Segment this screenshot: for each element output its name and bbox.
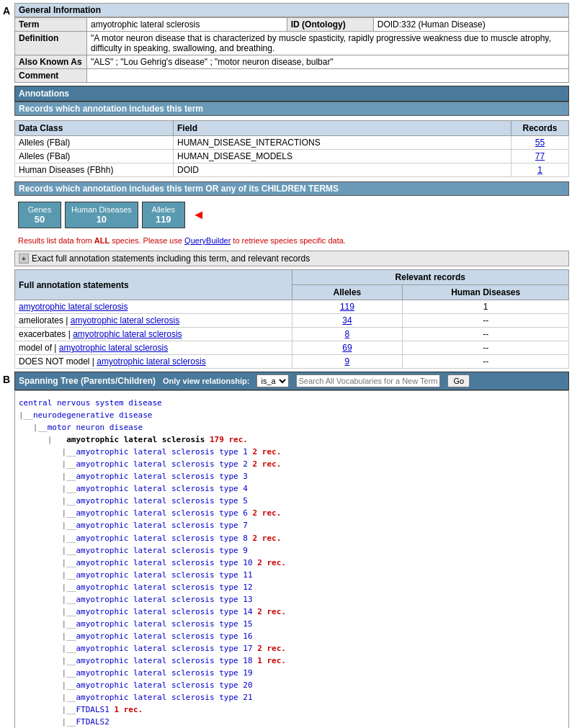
tree-node-link[interactable]: FTDALS2 <box>76 717 109 727</box>
tree-node-link[interactable]: neurodegenerative disease <box>33 410 153 420</box>
tree-node-link[interactable]: amyotrophic lateral sclerosis type 15 <box>76 619 252 629</box>
section-a-label: A <box>3 3 14 369</box>
general-info-table: Term amyotrophic lateral sclerosis ID (O… <box>14 17 569 83</box>
human-diseases-button[interactable]: Human Diseases 10 <box>65 202 138 228</box>
term-link[interactable]: amyotrophic lateral sclerosis <box>73 329 182 339</box>
col-field: Field <box>174 121 511 136</box>
human-diseases-cell: 1 <box>403 300 569 314</box>
list-item: |__amyotrophic lateral sclerosis type 9 <box>19 544 565 557</box>
rec-count: 2 rec. <box>257 558 286 567</box>
list-item: |__amyotrophic lateral sclerosis type 12 <box>19 581 565 593</box>
tree-node-link[interactable]: FTDALS1 <box>76 705 109 714</box>
list-item: |__amyotrophic lateral sclerosis type 2 … <box>19 458 565 470</box>
rec-count: 1 rec. <box>257 656 286 665</box>
spanning-tree-title: Spanning Tree (Parents/Children) <box>19 376 156 386</box>
tree-node-link[interactable]: amyotrophic lateral sclerosis type 21 <box>76 693 252 702</box>
tree-node-link[interactable]: amyotrophic lateral sclerosis type 8 <box>76 534 247 543</box>
alleles-button-count: 119 <box>148 214 179 225</box>
rec-count: 2 rec. <box>253 459 282 469</box>
annotation-statements-expand[interactable]: + Exact full annotation statements inclu… <box>14 251 569 266</box>
statement-cell: DOES NOT model | amyotrophic lateral scl… <box>15 355 292 369</box>
allele-count-link[interactable]: 9 <box>345 356 350 367</box>
statement-cell: model of | amyotrophic lateral sclerosis <box>15 341 292 355</box>
term-link[interactable]: amyotrophic lateral sclerosis <box>19 302 128 312</box>
species-note: Results list data from ALL species. Plea… <box>14 234 569 251</box>
tree-node-link[interactable]: amyotrophic lateral sclerosis type 9 <box>76 546 247 555</box>
allele-count-link[interactable]: 119 <box>340 302 354 312</box>
list-item: |__amyotrophic lateral sclerosis type 17… <box>19 642 565 655</box>
data-class-cell: Alleles (FBal) <box>15 150 174 163</box>
rec-count: 2 rec. <box>253 534 282 543</box>
list-item: |__amyotrophic lateral sclerosis type 18… <box>19 655 565 667</box>
tree-node-link[interactable]: amyotrophic lateral sclerosis type 12 <box>76 583 252 592</box>
rec-count: 2 rec. <box>253 508 282 518</box>
tree-node-link[interactable]: amyotrophic lateral sclerosis type 16 <box>76 632 252 641</box>
human-diseases-button-count: 10 <box>71 214 132 225</box>
list-item: | amyotrophic lateral sclerosis 179 rec. <box>19 433 565 446</box>
also-known-as-value: "ALS" ; "Lou Gehrig's disease" ; "motor … <box>87 55 569 69</box>
statement-cell: exacerbates | amyotrophic lateral sclero… <box>15 328 292 341</box>
table-row: Human Diseases (FBhh) DOID 1 <box>15 163 569 177</box>
definition-value: "A motor neuron disease that is characte… <box>87 32 569 55</box>
statement-cell: amyotrophic lateral sclerosis <box>15 300 292 314</box>
tree-node-link[interactable]: amyotrophic lateral sclerosis type 20 <box>76 680 252 690</box>
annotation-table-row: amyotrophic lateral sclerosis 119 1 <box>15 300 569 314</box>
tree-node-link[interactable]: amyotrophic lateral sclerosis type 13 <box>76 595 252 604</box>
col-data-class: Data Class <box>15 121 174 136</box>
annotation-table-row: exacerbates | amyotrophic lateral sclero… <box>15 328 569 341</box>
list-item: |__amyotrophic lateral sclerosis type 20 <box>19 679 565 691</box>
querybuilder-link[interactable]: QueryBuilder <box>184 236 231 245</box>
tree-node-link[interactable]: central nervous system disease <box>19 398 162 408</box>
tree-node-link[interactable]: amyotrophic lateral sclerosis type 6 <box>76 508 247 518</box>
tree-node-link[interactable]: amyotrophic lateral sclerosis type 17 <box>76 644 252 653</box>
alleles-cell: 34 <box>292 314 403 328</box>
list-item: |__amyotrophic lateral sclerosis type 21 <box>19 691 565 704</box>
statement-cell: ameliorates | amyotrophic lateral sclero… <box>15 314 292 328</box>
arrow-icon: ◄ <box>192 207 205 223</box>
list-item: |__neurodegenerative disease <box>19 409 565 421</box>
children-terms-header: Records which annotation includes this t… <box>14 181 569 196</box>
alleles-button[interactable]: Alleles 119 <box>142 202 185 228</box>
tree-node-link[interactable]: amyotrophic lateral sclerosis type 7 <box>76 521 247 530</box>
tree-node-link[interactable]: amyotrophic lateral sclerosis type 14 <box>76 607 252 616</box>
col-relevant-records: Relevant records <box>292 270 569 285</box>
records-cell[interactable]: 55 <box>511 136 569 150</box>
comment-value <box>87 69 569 83</box>
genes-button[interactable]: Genes 50 <box>18 202 61 228</box>
records-cell[interactable]: 77 <box>511 150 569 163</box>
tree-node-link[interactable]: amyotrophic lateral sclerosis type 2 <box>76 459 247 469</box>
search-term-input[interactable] <box>296 374 440 387</box>
allele-count-link[interactable]: 69 <box>342 343 352 353</box>
tree-node-link[interactable]: amyotrophic lateral sclerosis type 3 <box>76 472 247 481</box>
allele-count-link[interactable]: 34 <box>342 315 352 325</box>
alleles-cell: 9 <box>292 355 403 369</box>
rec-count: 2 rec. <box>253 447 282 457</box>
alleles-cell: 69 <box>292 341 403 355</box>
term-link[interactable]: amyotrophic lateral sclerosis <box>59 343 168 353</box>
genes-button-count: 50 <box>24 214 55 225</box>
tree-node-link[interactable]: motor neuron disease <box>48 423 143 432</box>
tree-node-link[interactable]: amyotrophic lateral sclerosis type 18 <box>76 656 252 665</box>
col-statements: Full annotation statements <box>15 270 292 300</box>
term-link[interactable]: amyotrophic lateral sclerosis <box>97 356 205 367</box>
tree-node-link[interactable]: amyotrophic lateral sclerosis type 4 <box>76 484 247 493</box>
term-label: Term <box>15 18 87 32</box>
records-cell[interactable]: 1 <box>511 163 569 177</box>
relationship-select[interactable]: is_a <box>256 374 289 387</box>
list-item: |__amyotrophic lateral sclerosis type 11 <box>19 569 565 581</box>
annotation-statements-table: Full annotation statements Relevant reco… <box>14 269 569 369</box>
list-item: |__amyotrophic lateral sclerosis type 1 … <box>19 446 565 458</box>
term-link[interactable]: amyotrophic lateral sclerosis <box>71 315 179 325</box>
tree-node-link[interactable]: amyotrophic lateral sclerosis type 5 <box>76 496 247 505</box>
alleles-cell: 119 <box>292 300 403 314</box>
tree-container: central nervous system disease|__neurode… <box>14 390 569 728</box>
col-records: Records <box>511 121 569 136</box>
tree-node-link[interactable]: amyotrophic lateral sclerosis type 19 <box>76 668 252 678</box>
comment-label: Comment <box>15 69 87 83</box>
tree-node-link[interactable]: amyotrophic lateral sclerosis type 10 <box>76 558 252 567</box>
allele-count-link[interactable]: 8 <box>345 329 350 339</box>
tree-node-link[interactable]: amyotrophic lateral sclerosis type 1 <box>76 447 247 457</box>
go-button[interactable]: Go <box>447 374 470 387</box>
tree-node-link[interactable]: amyotrophic lateral sclerosis type 11 <box>76 570 252 580</box>
col-alleles: Alleles <box>292 285 403 300</box>
